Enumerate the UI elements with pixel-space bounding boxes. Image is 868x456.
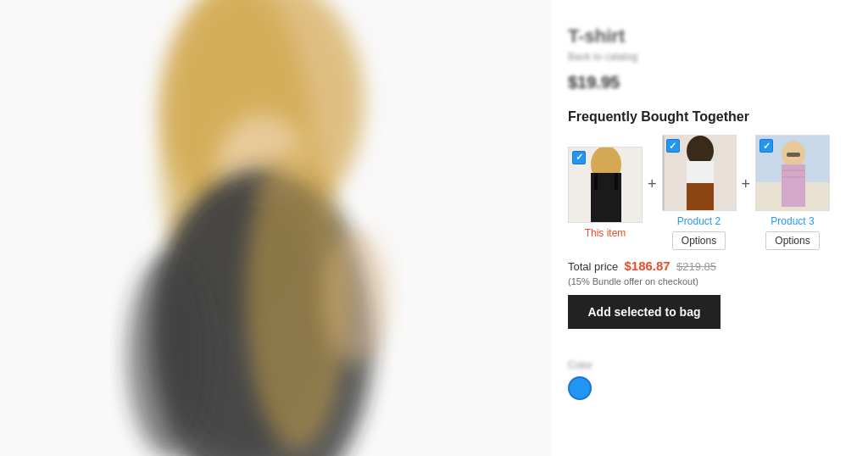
- add-to-bag-button[interactable]: Add selected to bag: [568, 295, 721, 329]
- fbt-item-2-label: Product 2: [677, 215, 721, 227]
- price-new: $186.87: [624, 259, 670, 273]
- fbt-item-1-label: This item: [585, 227, 626, 239]
- fbt-item-1-image: [568, 147, 643, 223]
- fbt-item-2-checkbox[interactable]: [666, 139, 680, 153]
- fbt-item-3-options-button[interactable]: Options: [765, 231, 819, 250]
- svg-rect-19: [687, 183, 714, 211]
- fbt-title: Frequently Bought Together: [568, 109, 851, 125]
- fbt-item-2: Product 2 Options: [662, 135, 737, 250]
- product-details-panel: T-shirt Back to catalog $19.95 Frequentl…: [551, 0, 868, 456]
- fbt-item-1: This item: [568, 147, 643, 239]
- product-image-area: [0, 0, 551, 456]
- svg-rect-14: [594, 173, 598, 190]
- price-old: $219.85: [676, 260, 716, 273]
- fbt-item-3-checkbox[interactable]: [760, 139, 773, 153]
- fbt-item-2-options-button[interactable]: Options: [672, 231, 726, 250]
- total-label: Total price: [568, 260, 618, 273]
- svg-rect-20: [663, 136, 665, 211]
- back-link: Back to catalog: [568, 51, 851, 63]
- bundle-offer-text: (15% Bundle offer on checkout): [568, 276, 851, 286]
- color-section: Color: [568, 359, 851, 400]
- woman-photo: [0, 0, 551, 456]
- fbt-item-1-checkbox[interactable]: [572, 151, 586, 164]
- fbt-plus-2: +: [742, 175, 751, 193]
- total-price-row: Total price $186.87 $219.85: [568, 259, 851, 273]
- color-swatch-blue[interactable]: [568, 376, 592, 400]
- product-price: $19.95: [568, 73, 851, 92]
- svg-rect-15: [615, 173, 618, 190]
- fbt-item-3-label: Product 3: [771, 215, 814, 227]
- svg-rect-28: [787, 153, 800, 157]
- fbt-section: Frequently Bought Together: [568, 109, 851, 346]
- page-container: T-shirt Back to catalog $19.95 Frequentl…: [0, 0, 868, 456]
- product-title: T-shirt: [568, 25, 851, 47]
- svg-rect-10: [0, 0, 551, 456]
- svg-rect-21: [736, 136, 737, 211]
- fbt-item-3-image: [755, 135, 830, 211]
- svg-rect-26: [782, 170, 805, 171]
- fbt-item-2-image: [662, 135, 737, 211]
- fbt-products-row: This item +: [568, 135, 851, 250]
- color-label: Color: [568, 359, 851, 371]
- fbt-plus-1: +: [648, 175, 657, 193]
- fbt-item-3: Product 3 Options: [755, 135, 830, 250]
- svg-rect-27: [782, 176, 805, 178]
- svg-rect-18: [687, 161, 714, 186]
